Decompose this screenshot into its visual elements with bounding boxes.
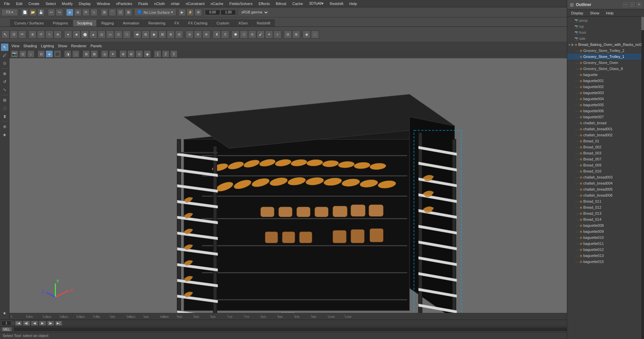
tree-item-top[interactable]: 📷 top	[567, 23, 644, 29]
current-frame-box[interactable]: 1	[1, 321, 11, 326]
value-input-2[interactable]	[221, 10, 236, 15]
tab-fx-caching[interactable]: FX Caching	[184, 19, 212, 26]
menu-item-help[interactable]: Help	[347, 1, 360, 6]
outliner-help-menu[interactable]: Help	[603, 10, 616, 16]
tree-item-challah002[interactable]: — ⊗ challah_bread002	[567, 132, 644, 138]
symmetry-mode-btn[interactable]: ⧗	[1, 113, 8, 120]
vp-xray-btn[interactable]: ✦	[109, 50, 116, 58]
go-end-btn[interactable]: ▶|	[55, 321, 62, 326]
tree-item-side[interactable]: 📷 side	[567, 36, 644, 42]
menu-item-fieldsolvers[interactable]: Fields/Solvers	[227, 1, 255, 6]
vp-res1-btn[interactable]: 1	[154, 50, 161, 58]
tree-item-bread010[interactable]: — ⊗ Bread_010	[567, 168, 644, 174]
bridge-btn[interactable]: ⊠	[158, 30, 166, 39]
tree-item-challah006[interactable]: — ⊗ challah_bread006	[567, 192, 644, 198]
new-scene-btn[interactable]: 📄	[21, 9, 29, 16]
tree-item-baguette010[interactable]: — ⊗ baguette010	[567, 234, 644, 241]
vp-snap-icons3[interactable]: ⊙	[136, 50, 143, 58]
tree-item-baguette001[interactable]: — ⊗ baguette001	[567, 78, 644, 84]
outliner-close-btn[interactable]: ✕	[637, 2, 641, 7]
gamma-dropdown[interactable]: sRGB gamma	[239, 10, 269, 15]
plane-btn[interactable]: ▭	[106, 30, 114, 39]
tree-item-baguette[interactable]: — ⊗ baguette	[567, 72, 644, 78]
vp-camera-select[interactable]: 📷	[11, 50, 18, 58]
tree-item-baguette003[interactable]: — ⊗ baguette003	[567, 90, 644, 96]
sculpt-btn[interactable]: ✦	[265, 30, 273, 39]
render-view-btn[interactable]: ◉	[303, 30, 311, 39]
go-start-btn[interactable]: |◀	[15, 321, 22, 326]
menu-item-ncloth[interactable]: nCloth	[152, 1, 168, 6]
vp-textured-btn[interactable]: ⬛	[54, 50, 61, 58]
value-input-1[interactable]	[205, 10, 220, 15]
snap-curve-btn[interactable]: ⌒	[109, 9, 116, 16]
command-input[interactable]	[13, 327, 643, 332]
tree-item-challah003[interactable]: — ⊗ challah_bread003	[567, 174, 644, 180]
vp-snap-icons2[interactable]: ⊗	[127, 50, 135, 58]
menu-item-display[interactable]: Display	[76, 1, 94, 6]
save-btn[interactable]: 💾	[37, 9, 45, 16]
tree-item-challah[interactable]: — ⊗ challah_bread	[567, 120, 644, 126]
tab-fx[interactable]: FX	[170, 19, 183, 26]
tree-item-trolley2[interactable]: — ⊗ Grocery_Store_Trolley_2	[567, 48, 644, 54]
show-manip-btn[interactable]: ⊛	[1, 123, 8, 130]
mel-mode-btn[interactable]: MEL	[1, 327, 12, 332]
vp-isolate-btn[interactable]: ◎	[101, 50, 108, 58]
tree-item-baguette008[interactable]: — ⊗ baguette008	[567, 222, 644, 228]
vp-show-menu[interactable]: Show	[56, 43, 69, 49]
redo-btn[interactable]: ↪	[56, 9, 63, 16]
vp-renderer-menu[interactable]: Renderer	[69, 43, 89, 49]
tree-item-bread009[interactable]: — ⊗ Bread_009	[567, 162, 644, 168]
paint-btn[interactable]: 🖌	[257, 30, 265, 39]
tree-item-bread014[interactable]: — ⊗ Bread_014	[567, 216, 644, 222]
tree-item-bread007[interactable]: — ⊗ Bread_007	[567, 156, 644, 162]
scrollbar-thumb[interactable]	[641, 17, 644, 30]
symmetry-btn[interactable]: ⧗	[213, 30, 221, 39]
menu-item-redshift[interactable]: Redshift	[327, 1, 346, 6]
tree-item-trolley1[interactable]: — ⊗ Grocery_Store_Trolley_1	[567, 54, 644, 60]
universal-icon-btn[interactable]: ⊛	[54, 30, 62, 39]
menu-item-window[interactable]: Window	[94, 1, 113, 6]
move-icon-btn[interactable]: ⊕	[29, 30, 37, 39]
paint-select-btn[interactable]: ✏	[18, 30, 26, 39]
tube-btn[interactable]: ⬡	[123, 30, 131, 39]
fill-hole-btn[interactable]: ⊘	[175, 30, 183, 39]
menu-item-effects[interactable]: Effects	[256, 1, 272, 6]
vp-res3-btn[interactable]: 3	[170, 50, 177, 58]
menu-item-nconstraint[interactable]: nConstraint	[183, 1, 207, 6]
tree-item-challah004[interactable]: — ⊗ challah_bread004	[567, 180, 644, 186]
tree-item-baguette007[interactable]: — ⊗ baguette007	[567, 114, 644, 120]
uv-btn[interactable]: ⊟	[284, 30, 292, 39]
rotate-mode-btn[interactable]: ↺	[1, 78, 8, 85]
no-live-surface-btn[interactable]: 🔵 No Live Surface ▾	[135, 9, 175, 15]
render-settings-btn[interactable]: ⚙	[195, 9, 202, 16]
scale-icon-btn[interactable]: ⤡	[45, 30, 53, 39]
select-icon-btn[interactable]: ↖	[1, 30, 9, 39]
tree-item-bread003[interactable]: — ⊗ Bread_003	[567, 150, 644, 156]
uv2-btn[interactable]: ⊞	[292, 30, 300, 39]
menu-item-ncache[interactable]: nCache	[208, 1, 226, 6]
vp-grid-btn[interactable]: ⊞	[83, 50, 90, 58]
tree-item-challah005[interactable]: — ⊗ challah_bread005	[567, 186, 644, 192]
outliner-tree[interactable]: 📷 persp 📷 top 📷 front 📷 side ▾ ⊕ ⊗ Bread…	[567, 17, 644, 339]
ao-btn[interactable]: ◌	[311, 30, 319, 39]
vp-fit-btn[interactable]: ⊡	[19, 50, 26, 58]
rotate-icon-btn[interactable]: ↺	[37, 30, 45, 39]
tree-item-baguette012[interactable]: — ⊗ baguette012	[567, 247, 644, 253]
menu-item-modify[interactable]: Modify	[59, 1, 75, 6]
vp-view-menu[interactable]: View	[9, 43, 21, 49]
outliner-minimize-btn[interactable]: ─	[623, 2, 628, 7]
outliner-maximize-btn[interactable]: □	[630, 2, 635, 7]
outliner-display-menu[interactable]: Display	[569, 10, 586, 16]
outliner-show-menu[interactable]: Show	[587, 10, 602, 16]
disk-btn[interactable]: ⊙	[114, 30, 122, 39]
tree-item-bread002[interactable]: — ⊗ Bread_002	[567, 144, 644, 150]
component-btn[interactable]: ◈	[1, 131, 8, 138]
fx-dropdown[interactable]: FX ▾	[1, 9, 18, 16]
torus-btn[interactable]: ◎	[98, 30, 106, 39]
cleanup-btn[interactable]: ⊜	[248, 30, 256, 39]
merge-btn[interactable]: ⊗	[167, 30, 175, 39]
separate-btn[interactable]: ⊛	[202, 30, 210, 39]
tree-item-baguette015[interactable]: — ⊗ baguette015	[567, 259, 644, 265]
vp-shading-menu[interactable]: Shading	[21, 43, 39, 49]
tree-item-glass[interactable]: — ⊗ Grocery_Store_Glass_8	[567, 66, 644, 72]
